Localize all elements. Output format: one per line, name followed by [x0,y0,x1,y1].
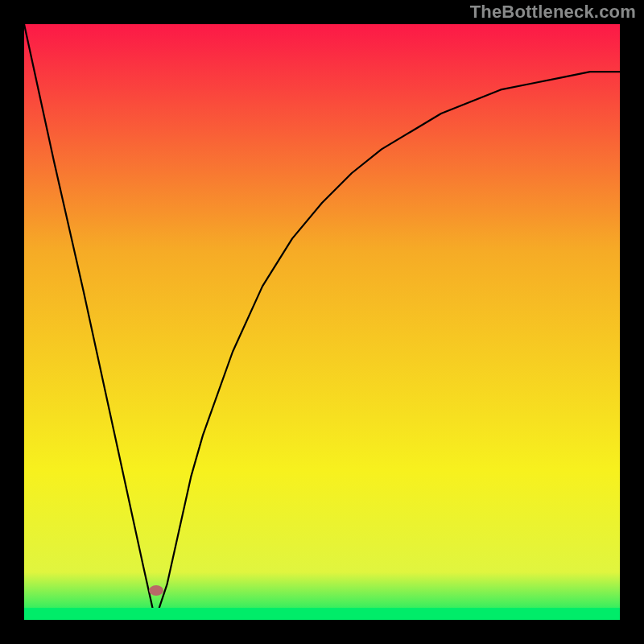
chart-frame: TheBottleneck.com [0,0,644,644]
bottom-green-band [24,608,620,620]
gradient-background [24,24,620,620]
minimum-marker [149,585,163,596]
plot-area [24,24,620,620]
attribution-text: TheBottleneck.com [470,2,636,23]
svg-rect-0 [24,608,620,620]
